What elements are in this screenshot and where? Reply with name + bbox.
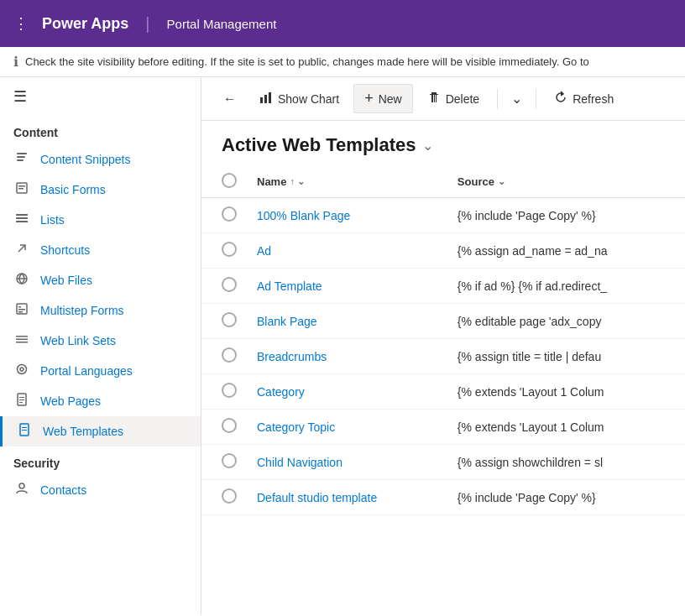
- row-checkbox-cell[interactable]: [201, 445, 243, 480]
- svg-rect-27: [260, 97, 263, 103]
- web-pages-icon: [13, 393, 30, 410]
- row-name-cell[interactable]: Child Navigation: [243, 445, 444, 480]
- sidebar-item-web-templates[interactable]: Web Templates: [0, 416, 201, 446]
- row-checkbox-cell[interactable]: [201, 269, 243, 304]
- name-column-label: Name: [257, 175, 286, 188]
- row-source-cell: {% assign title = title | defau: [444, 339, 685, 374]
- table-row: Default studio template{% include 'Page …: [201, 480, 685, 515]
- row-name-cell[interactable]: Default studio template: [243, 480, 444, 515]
- sidebar-hamburger[interactable]: ☰: [0, 77, 201, 116]
- row-checkbox[interactable]: [222, 418, 237, 433]
- row-checkbox[interactable]: [222, 453, 237, 468]
- sidebar-item-web-files[interactable]: Web Files: [0, 265, 201, 295]
- row-checkbox-cell[interactable]: [201, 374, 243, 410]
- svg-rect-12: [18, 309, 25, 311]
- row-name-cell[interactable]: Ad: [243, 233, 444, 269]
- svg-point-18: [20, 368, 24, 371]
- grid-icon[interactable]: ⋮: [13, 14, 29, 33]
- svg-rect-22: [19, 402, 23, 403]
- svg-rect-0: [17, 153, 27, 154]
- svg-rect-24: [22, 427, 27, 428]
- row-source-cell: {% include 'Page Copy' %}: [444, 198, 685, 233]
- web-pages-label: Web Pages: [40, 394, 101, 408]
- sidebar-item-web-pages[interactable]: Web Pages: [0, 386, 201, 416]
- row-name-cell[interactable]: 100% Blank Page: [243, 198, 444, 233]
- source-column-header[interactable]: Source ⌄: [444, 166, 685, 198]
- web-link-sets-icon: [13, 332, 30, 349]
- source-sort-control[interactable]: Source ⌄: [458, 175, 672, 188]
- row-checkbox[interactable]: [222, 312, 237, 327]
- table-row: Breadcrumbs{% assign title = title | def…: [201, 339, 685, 374]
- row-name-cell[interactable]: Ad Template: [243, 269, 444, 304]
- back-button[interactable]: ←: [215, 86, 245, 112]
- row-name-link[interactable]: Default studio template: [257, 491, 377, 504]
- more-actions-button[interactable]: ⌄: [505, 86, 529, 112]
- select-all-header[interactable]: [201, 166, 243, 198]
- source-sort-icon: ⌄: [498, 176, 505, 187]
- row-name-link[interactable]: Blank Page: [257, 315, 317, 328]
- back-icon: ←: [223, 91, 237, 107]
- delete-button[interactable]: Delete: [416, 85, 490, 112]
- multistep-forms-icon: [13, 302, 30, 319]
- row-name-link[interactable]: Ad Template: [257, 279, 322, 293]
- row-checkbox[interactable]: [222, 242, 237, 257]
- web-templates-icon: [16, 423, 33, 440]
- row-name-cell[interactable]: Category Topic: [243, 410, 444, 445]
- row-name-link[interactable]: Ad: [257, 244, 271, 258]
- svg-rect-8: [16, 221, 28, 222]
- table-row: Category Topic{% extends 'Layout 1 Colum: [201, 410, 685, 445]
- sidebar-item-web-link-sets[interactable]: Web Link Sets: [0, 326, 201, 356]
- toolbar-separator-2: [536, 89, 536, 109]
- portal-languages-icon: [13, 363, 30, 379]
- row-checkbox-cell[interactable]: [201, 198, 243, 233]
- sidebar-item-content-snippets[interactable]: Content Snippets: [0, 144, 201, 175]
- row-checkbox[interactable]: [222, 347, 237, 363]
- row-name-link[interactable]: Breadcrumbs: [257, 350, 327, 363]
- row-checkbox[interactable]: [222, 277, 237, 292]
- row-name-link[interactable]: Category Topic: [257, 420, 335, 434]
- portal-languages-label: Portal Languages: [40, 364, 133, 378]
- row-name-cell[interactable]: Category: [243, 374, 444, 410]
- name-sort-control[interactable]: Name ↑ ⌄: [257, 175, 431, 188]
- sidebar-item-multistep-forms[interactable]: Multistep Forms: [0, 295, 201, 326]
- sidebar-item-basic-forms[interactable]: Basic Forms: [0, 175, 201, 205]
- refresh-icon: [554, 91, 567, 107]
- svg-rect-14: [16, 336, 28, 337]
- row-checkbox-cell[interactable]: [201, 304, 243, 339]
- table-title-chevron-icon[interactable]: ⌄: [422, 138, 433, 154]
- row-checkbox[interactable]: [222, 383, 237, 398]
- sidebar: ☰ Content Content Snippets Basic Forms L…: [0, 77, 201, 615]
- toolbar: ← Show Chart + New Delete ⌄: [201, 77, 685, 121]
- table-header-row: Name ↑ ⌄ Source ⌄: [201, 166, 685, 198]
- delete-label: Delete: [446, 92, 479, 106]
- row-name-link[interactable]: 100% Blank Page: [257, 209, 350, 222]
- row-checkbox-cell[interactable]: [201, 339, 243, 374]
- name-column-header[interactable]: Name ↑ ⌄: [243, 166, 444, 198]
- new-button[interactable]: + New: [353, 84, 413, 113]
- refresh-button[interactable]: Refresh: [543, 85, 625, 112]
- table-row: 100% Blank Page{% include 'Page Copy' %}: [201, 198, 685, 233]
- row-name-link[interactable]: Category: [257, 385, 305, 399]
- sidebar-item-shortcuts[interactable]: Shortcuts: [0, 235, 201, 265]
- sidebar-item-contacts[interactable]: Contacts: [0, 475, 201, 505]
- row-checkbox[interactable]: [222, 488, 237, 504]
- web-files-label: Web Files: [40, 274, 92, 287]
- row-checkbox-cell[interactable]: [201, 480, 243, 515]
- show-chart-button[interactable]: Show Chart: [248, 85, 350, 112]
- row-name-link[interactable]: Child Navigation: [257, 456, 342, 469]
- svg-rect-2: [17, 159, 24, 161]
- sidebar-item-portal-languages[interactable]: Portal Languages: [0, 356, 201, 386]
- shortcuts-label: Shortcuts: [40, 243, 90, 257]
- sidebar-section-security: Security: [0, 446, 201, 475]
- row-checkbox[interactable]: [222, 206, 237, 222]
- hamburger-icon: ☰: [13, 87, 27, 106]
- row-name-cell[interactable]: Breadcrumbs: [243, 339, 444, 374]
- row-name-cell[interactable]: Blank Page: [243, 304, 444, 339]
- sidebar-item-lists[interactable]: Lists: [0, 205, 201, 235]
- show-chart-label: Show Chart: [278, 92, 339, 106]
- row-checkbox-cell[interactable]: [201, 410, 243, 445]
- svg-rect-7: [16, 217, 28, 219]
- row-source-cell: {% assign ad_name = ad_na: [444, 233, 685, 269]
- select-all-checkbox[interactable]: [222, 173, 237, 188]
- row-checkbox-cell[interactable]: [201, 233, 243, 269]
